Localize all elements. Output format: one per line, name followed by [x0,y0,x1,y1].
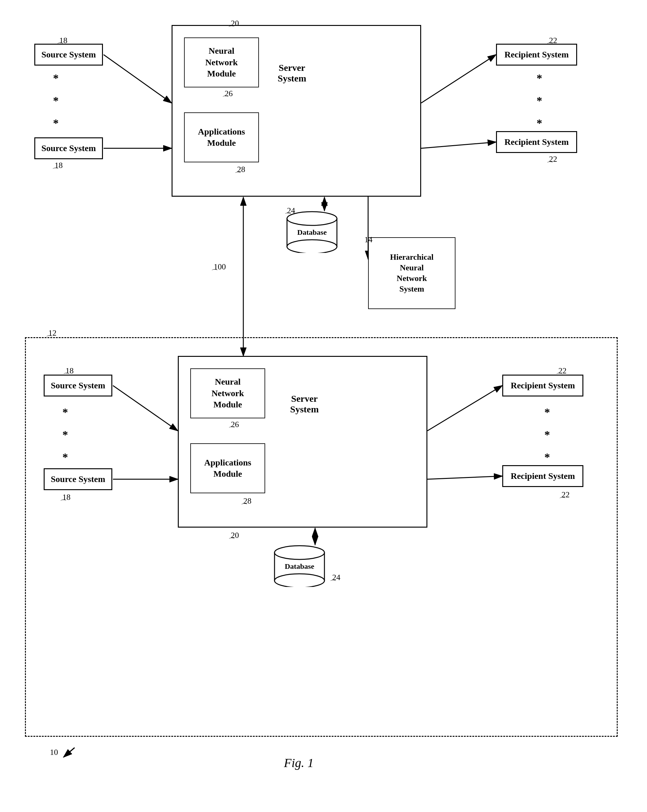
curve-18-1: ⌒ [57,41,64,50]
source-system-bottom-1: Source System [44,375,112,397]
asterisk-group-top-right: * * * [537,72,542,130]
server-system-label-top: ServerSystem [278,63,306,84]
server-system-label-bottom: ServerSystem [290,393,319,415]
source-system-label-2: Source System [41,143,96,154]
svg-point-21 [274,574,324,587]
curve-24-top: ⌒ [285,211,291,221]
recipient-system-top-2: Recipient System [496,131,577,153]
svg-line-25 [64,748,75,757]
apps-module-bottom: ApplicationsModule [190,443,265,493]
database-bottom-container: Database [271,543,327,587]
source-system-bottom-2: Source System [44,468,112,490]
curve-26-top: ⌒ [222,94,229,104]
hnn-system-label: HierarchicalNeuralNetworkSystem [390,252,434,294]
apps-module-label-top: ApplicationsModule [198,126,245,149]
svg-line-3 [104,55,172,103]
svg-line-5 [421,55,496,103]
svg-point-20 [274,546,324,559]
recipient-system-label-2: Recipient System [504,136,569,148]
recipient-system-label-4: Recipient System [511,470,575,482]
curve-24-bottom: ⌒ [330,578,336,588]
nn-module-bottom: NeuralNetworkModule [190,368,265,418]
nn-module-top: NeuralNetworkModule [184,37,259,87]
curve-22-2: ⌒ [547,160,553,169]
database-top-svg: Database [284,209,340,253]
curve-20-bottom: ⌒ [228,536,235,546]
database-bottom-svg: Database [271,543,327,587]
svg-point-17 [287,240,337,253]
hnn-system: HierarchicalNeuralNetworkSystem [368,237,455,309]
source-system-top-2: Source System [34,137,103,159]
curve-100: ⌒ [211,268,218,277]
asterisk-group-top-left: * * * [53,72,59,130]
apps-module-top: ApplicationsModule [184,112,259,162]
nn-module-label-top: NeuralNetworkModule [205,45,238,79]
recipient-system-bottom-2: Recipient System [502,465,583,487]
recipient-system-label-1: Recipient System [504,49,569,60]
asterisk-group-bottom-left: * * * [62,406,68,464]
database-top-container: Database [284,209,340,253]
svg-text:Database: Database [285,562,314,570]
curve-22-1: ⌒ [547,41,553,50]
curve-22-b2: ⌒ [559,496,566,505]
curve-18-b2: ⌒ [60,498,67,508]
ref-arrow [61,746,76,759]
ref-14: 14 [364,235,373,244]
figure-label: Fig. 1 [284,756,314,770]
recipient-system-top-1: Recipient System [496,44,577,66]
curve-28-bottom: ⌒ [241,502,248,511]
recipient-system-bottom-1: Recipient System [502,375,583,397]
curve-20-top: ⌒ [228,24,235,34]
source-system-label-4: Source System [51,473,105,485]
curve-26-bottom: ⌒ [228,425,235,435]
curve-18-b1: ⌒ [63,371,70,381]
curve-28-top: ⌒ [234,171,242,180]
fig-ref-container: 10 [50,746,76,759]
svg-text:Database: Database [297,228,327,236]
curve-18-2: ⌒ [52,166,59,176]
ref-10: 10 [50,748,58,757]
recipient-system-label-3: Recipient System [511,380,575,391]
svg-line-6 [421,142,496,148]
source-system-top-1: Source System [34,44,103,66]
curve-22-b1: ⌒ [556,371,563,381]
asterisk-group-bottom-right: * * * [544,406,550,464]
source-system-label-3: Source System [51,380,105,391]
nn-module-label-bottom: NeuralNetworkModule [212,376,244,410]
apps-module-label-bottom: ApplicationsModule [204,457,251,480]
source-system-label-1: Source System [41,49,96,60]
curve-12: ⌒ [46,334,53,343]
